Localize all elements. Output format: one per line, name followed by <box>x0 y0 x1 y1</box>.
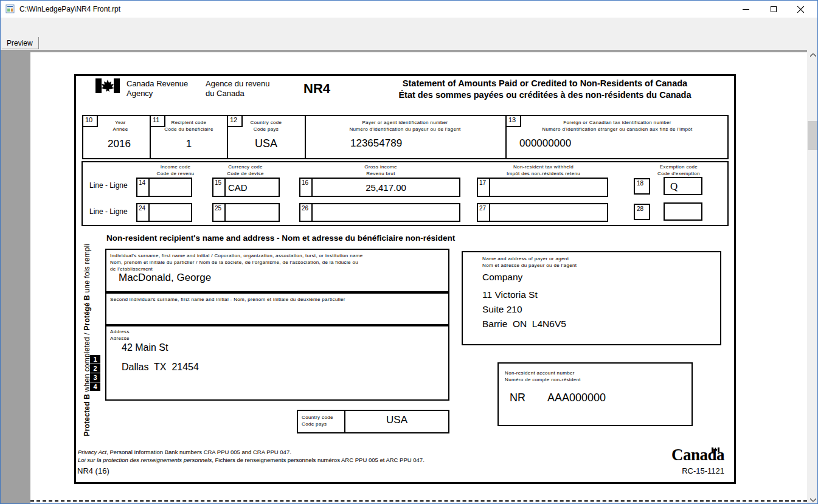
year-value: 2016 <box>92 138 147 150</box>
payer-address-3: Barrie ON L4N6V5 <box>482 319 566 330</box>
chevron-down-icon <box>810 498 816 502</box>
gross-income-value: 25,417.00 <box>313 179 459 196</box>
privacy-line-en: Privacy Act, Personal Information Bank n… <box>78 449 291 455</box>
box10-label: YearAnnée <box>99 119 142 133</box>
form-code: NR4 <box>303 81 330 97</box>
tab-strip: Preview <box>1 37 817 50</box>
second-individual-label: Second individual's surname, first name … <box>110 296 442 303</box>
payer-address-1: 11 Victoria St <box>482 289 538 300</box>
foreign-tax-id-value: 000000000 <box>519 137 571 150</box>
form-title: Statement of Amounts Paid or Credited to… <box>362 78 727 101</box>
divider <box>305 115 306 159</box>
account-prefix: NR <box>510 392 525 404</box>
box28-value <box>664 202 702 221</box>
page-break-line <box>30 500 807 502</box>
box27: 27 <box>477 203 608 222</box>
box14: 14 <box>136 178 192 197</box>
recipient-name-label: Individual's surname, first name and ini… <box>110 252 442 272</box>
box13-label: Foreign or Canadian tax identification n… <box>509 119 726 133</box>
agency-name-fr: Agence du revenudu Canada <box>206 79 270 98</box>
maximize-button[interactable] <box>760 1 787 18</box>
scroll-up-button[interactable] <box>807 50 818 60</box>
income-code-label: Income codeCode de revenu <box>137 164 213 177</box>
agency-name-en: Canada RevenueAgency <box>127 79 188 98</box>
payer-address-2: Suite 210 <box>482 304 522 315</box>
box18-number: 18 <box>634 178 650 195</box>
recipient-code-value: 1 <box>154 138 224 150</box>
vertical-scrollbar[interactable] <box>807 50 818 504</box>
report-viewer-window: C:\WinLedgePay\NR4 Front.rpt <box>0 0 818 504</box>
tab-preview[interactable]: Preview <box>2 37 39 49</box>
report-preview-area: Canada RevenueAgency Agence du revenudu … <box>1 50 807 504</box>
box16: 16 25,417.00 <box>299 178 460 197</box>
currency-value: CAD <box>226 179 279 196</box>
close-button[interactable] <box>787 1 814 18</box>
recipient-name-value: MacDonald, George <box>119 272 211 284</box>
wordmark-flag-icon <box>712 447 719 452</box>
box12-label: Country codeCode pays <box>231 119 301 133</box>
chevron-up-icon <box>810 54 816 57</box>
box28-number: 28 <box>634 204 650 220</box>
minimize-icon <box>743 9 749 10</box>
address-line1: 42 Main St <box>122 342 168 353</box>
minimize-button[interactable] <box>732 1 760 18</box>
doc-code: RC-15-1121 <box>645 466 724 475</box>
payer-label: Name and address of payer or agent Nom e… <box>482 255 665 269</box>
recipient-country-label: Country code Code pays <box>302 414 344 427</box>
box26: 26 <box>299 203 460 222</box>
recipient-country-value: USA <box>345 414 448 426</box>
report-page: Canada RevenueAgency Agence du revenudu … <box>30 52 807 504</box>
close-icon <box>797 6 804 13</box>
box15: 15 CAD <box>212 178 280 197</box>
box10-number: 10 <box>83 116 98 127</box>
box17: 17 <box>477 178 608 197</box>
scrollbar-thumb[interactable] <box>808 121 818 150</box>
address-line2: Dallas TX 21454 <box>122 362 199 373</box>
exemption-value: Q <box>664 177 702 195</box>
account-value: AAA000000 <box>547 392 606 404</box>
gross-income-label: Gross incomeRevenu brut <box>341 164 420 177</box>
protected-b-notice: Protected B when completed / Protégé B u… <box>83 224 92 455</box>
maximize-icon <box>771 6 777 12</box>
toolbar: 1 / 1 15 <box>1 18 817 37</box>
form-version: NR4 (16) <box>77 466 109 475</box>
line2-label: Line - Ligne <box>89 207 128 216</box>
app-icon <box>5 4 15 14</box>
scroll-down-button[interactable] <box>807 494 818 504</box>
canada-flag-icon <box>95 78 120 93</box>
title-bar: C:\WinLedgePay\NR4 Front.rpt <box>1 1 817 18</box>
box24: 24 <box>136 203 192 222</box>
box11-label: Recipient codeCode du bénéficiaire <box>154 119 224 133</box>
exemption-code-label: Exemption codeCode d'exemption <box>639 164 718 177</box>
window-title: C:\WinLedgePay\NR4 Front.rpt <box>19 5 120 13</box>
tax-withheld-label: Non-resident tax withheldImpôt des non-r… <box>487 164 600 177</box>
box25: 25 <box>212 203 280 222</box>
account-label: Non-resident account number Numéro de co… <box>505 370 657 383</box>
country-code-value: USA <box>231 137 301 150</box>
address-label: Address Adresse <box>110 328 171 342</box>
currency-code-label: Currency codeCode de devise <box>207 164 283 177</box>
payer-name: Company <box>482 272 522 283</box>
line1-label: Line - Ligne <box>89 181 128 190</box>
payer-id-value: 123654789 <box>350 137 402 150</box>
privacy-line-fr: Loi sur la protection des renseignements… <box>78 457 425 463</box>
payer-id-label: Payer or agent identification numberNumé… <box>308 119 502 133</box>
recipient-section-title: Non-resident recipient's name and addres… <box>106 233 455 243</box>
